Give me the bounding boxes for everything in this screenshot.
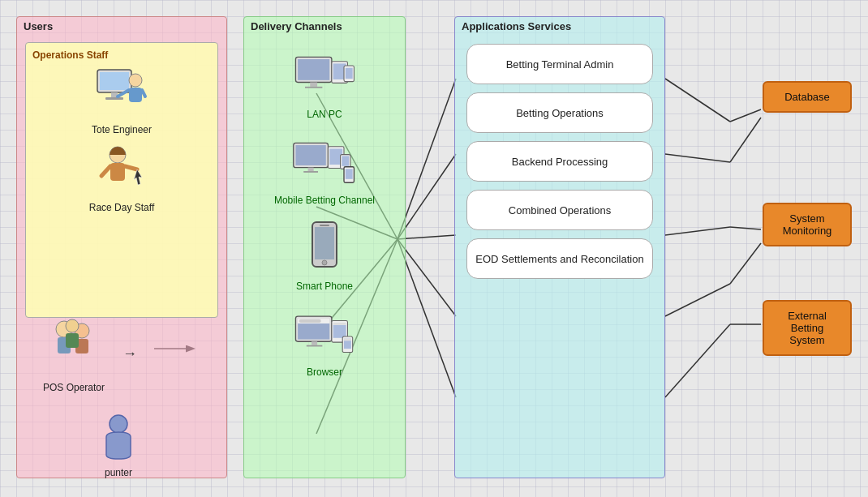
svg-rect-40 <box>298 59 329 80</box>
combined-operations-box: Combined Operations <box>466 190 653 230</box>
svg-rect-50 <box>303 171 318 173</box>
betting-operations-box: Betting Operations <box>466 92 653 133</box>
browser-icon <box>292 308 357 365</box>
section-users: Users Operations Staff <box>16 16 227 478</box>
svg-rect-48 <box>295 145 325 165</box>
svg-rect-64 <box>299 319 321 323</box>
svg-rect-58 <box>315 227 334 259</box>
svg-line-12 <box>665 227 730 235</box>
lan-pc-icon <box>292 50 357 107</box>
svg-line-13 <box>665 284 730 316</box>
lan-pc-item: LAN PC <box>244 50 405 120</box>
svg-rect-42 <box>305 86 322 88</box>
race-day-staff-label: Race Day Staff <box>89 202 154 213</box>
pos-operator-icon <box>41 313 106 380</box>
section-apps: Applications Services Betting Terminal A… <box>454 16 665 478</box>
svg-point-38 <box>110 415 127 433</box>
backend-processing-label: Backend Processing <box>512 156 608 168</box>
svg-rect-25 <box>129 88 142 102</box>
pos-arrow: → <box>122 345 137 362</box>
svg-line-15 <box>730 109 761 122</box>
svg-rect-46 <box>346 67 353 78</box>
svg-line-16 <box>730 118 761 162</box>
browser-item: Browser <box>244 308 405 378</box>
external-betting-label: External Betting System <box>788 310 827 346</box>
betting-operations-label: Betting Operations <box>516 107 604 119</box>
smart-phone-label: Smart Phone <box>296 281 353 292</box>
tote-engineer-icon <box>93 66 150 122</box>
punter-label: punter <box>105 467 132 478</box>
pos-operator-item: POS Operator <box>25 313 122 393</box>
pos-operator-label: POS Operator <box>43 382 105 393</box>
svg-rect-37 <box>66 333 79 348</box>
system-monitoring-label: System Monitoring <box>783 212 832 237</box>
svg-line-7 <box>397 235 456 239</box>
combined-operations-label: Combined Operations <box>509 204 611 216</box>
svg-rect-62 <box>298 323 329 340</box>
svg-line-18 <box>730 243 761 284</box>
punter-icon <box>98 414 139 465</box>
smart-phone-icon <box>292 222 357 279</box>
users-label: Users <box>17 17 226 36</box>
svg-line-9 <box>397 239 456 397</box>
tote-engineer-item: Tote Engineer <box>32 66 211 135</box>
mobile-betting-icon <box>292 136 357 193</box>
mobile-betting-label: Mobile Betting Channel <box>274 195 375 206</box>
eod-settlements-box: EOD Settlements and Reconcilation <box>466 238 653 279</box>
svg-point-36 <box>66 319 79 332</box>
ops-staff-label: Operations Staff <box>32 49 211 61</box>
database-label: Database <box>784 91 830 103</box>
svg-rect-72 <box>307 345 323 347</box>
database-box: Database <box>763 81 852 113</box>
svg-rect-49 <box>308 167 314 170</box>
race-day-staff-icon <box>93 144 150 200</box>
lan-pc-label: LAN PC <box>307 109 342 120</box>
svg-point-24 <box>129 74 142 87</box>
svg-line-27 <box>142 90 145 96</box>
svg-rect-66 <box>333 325 346 338</box>
svg-rect-21 <box>100 72 129 90</box>
betting-terminal-admin-label: Betting Terminal Admin <box>506 58 614 71</box>
svg-line-5 <box>397 79 456 239</box>
svg-line-6 <box>397 154 456 239</box>
mobile-betting-item: Mobile Betting Channel <box>244 136 405 206</box>
svg-rect-60 <box>320 225 329 226</box>
diagram-container: Users Operations Staff <box>0 0 868 497</box>
tote-engineer-label: Tote Engineer <box>92 124 152 135</box>
svg-rect-54 <box>342 156 349 165</box>
svg-line-30 <box>101 166 110 176</box>
browser-label: Browser <box>307 366 342 378</box>
apps-label: Applications Services <box>455 17 664 36</box>
svg-rect-23 <box>105 97 123 100</box>
external-betting-box: External Betting System <box>763 300 852 356</box>
smart-phone-item: Smart Phone <box>244 222 405 292</box>
svg-rect-67 <box>333 323 346 325</box>
betting-terminal-admin-box: Betting Terminal Admin <box>466 44 653 84</box>
svg-rect-41 <box>310 82 317 86</box>
svg-line-17 <box>730 227 761 229</box>
ops-staff-box: Operations Staff <box>25 42 218 318</box>
svg-point-59 <box>322 260 327 265</box>
system-monitoring-box: System Monitoring <box>763 203 852 246</box>
svg-rect-70 <box>344 339 351 341</box>
eod-settlements-label: EOD Settlements and Reconcilation <box>475 253 643 265</box>
svg-line-8 <box>397 239 456 316</box>
svg-rect-56 <box>346 169 353 178</box>
svg-rect-29 <box>110 163 125 181</box>
section-delivery: Delivery Channels LAN PC <box>243 16 406 478</box>
svg-rect-71 <box>312 341 317 345</box>
svg-line-11 <box>665 154 730 162</box>
punter-item: punter <box>98 414 139 478</box>
svg-line-14 <box>665 324 730 397</box>
backend-processing-box: Backend Processing <box>466 141 653 182</box>
delivery-label: Delivery Channels <box>244 17 405 36</box>
race-day-staff-item: Race Day Staff <box>32 144 211 213</box>
svg-line-10 <box>665 79 730 122</box>
svg-line-31 <box>125 166 137 169</box>
